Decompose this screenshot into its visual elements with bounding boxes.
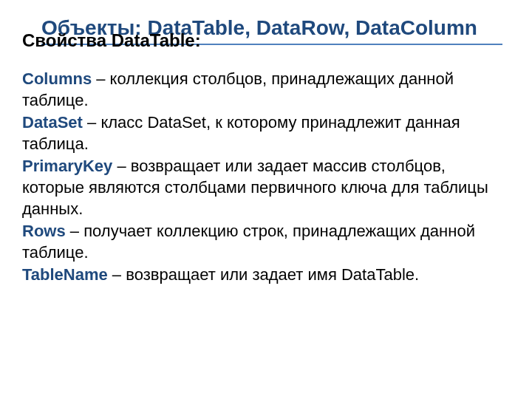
property-desc: – возвращает или задает имя DataTable. <box>108 265 419 284</box>
property-name: Columns <box>22 69 92 88</box>
content-body: Columns – коллекция столбцов, принадлежа… <box>22 69 510 286</box>
subtitle: Свойства DataTable: <box>22 30 510 51</box>
property-item: Rows – получает коллекцию строк, принадл… <box>22 221 510 263</box>
property-item: PrimaryKey – возвращает или задает масси… <box>22 156 510 219</box>
slide-container: Объекты: DataTable, DataRow, DataColumn … <box>0 0 532 302</box>
property-item: Columns – коллекция столбцов, принадлежа… <box>22 69 510 111</box>
property-name: PrimaryKey <box>22 157 112 175</box>
property-desc: – получает коллекцию строк, принадлежащи… <box>22 222 475 262</box>
property-item: DataSet – класс DataSet, к которому прин… <box>22 112 510 154</box>
property-desc: – класс DataSet, к которому принадлежит … <box>22 113 460 153</box>
property-name: Rows <box>22 222 66 240</box>
property-item: TableName – возвращает или задает имя Da… <box>22 265 510 286</box>
property-name: TableName <box>22 265 108 284</box>
property-name: DataSet <box>22 113 83 132</box>
